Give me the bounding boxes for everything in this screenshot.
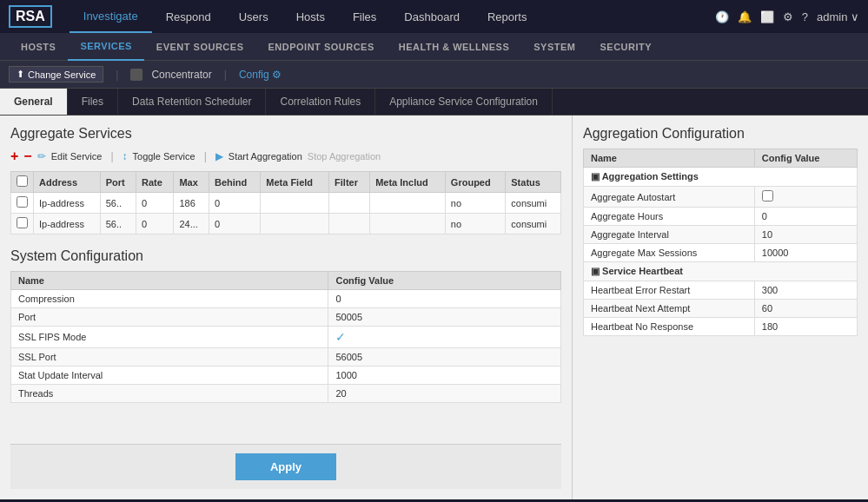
row-checkbox[interactable]: [11, 214, 34, 234]
top-navigation: RSA Investigate Respond Users Hosts File…: [0, 0, 868, 33]
config-row: SSL FIPS Mode ✓: [11, 327, 561, 348]
stop-aggregation-button[interactable]: Stop Aggregation: [308, 151, 381, 162]
agg-config-value: 60: [754, 300, 857, 318]
sys-header-value: Config Value: [328, 272, 561, 290]
select-all-checkbox[interactable]: [17, 175, 28, 187]
change-service-button[interactable]: ⬆ Change Service: [9, 66, 103, 83]
nav-item-investigate[interactable]: Investigate: [70, 0, 152, 33]
table-row[interactable]: Ip-address 56.. 0 24... 0 no consumi: [11, 214, 561, 234]
config-row: Aggregate Interval 10: [584, 226, 858, 244]
agg-config-value: 300: [754, 281, 857, 300]
second-navigation: HOSTS SERVICES EVENT SOURCES ENDPOINT SO…: [0, 33, 868, 61]
config-row: SSL Port 56005: [11, 348, 561, 367]
config-name: Threads: [11, 385, 328, 403]
agg-config-value: 0: [754, 208, 857, 226]
apply-button[interactable]: Apply: [235, 453, 336, 480]
aggregate-services-title: Aggregate Services: [10, 126, 561, 142]
section-header: ▣ Service Heartbeat: [584, 262, 858, 281]
header-checkbox: [11, 172, 34, 193]
toggle-service-button[interactable]: Toggle Service: [133, 151, 195, 162]
add-icon[interactable]: +: [10, 149, 18, 164]
nav-services[interactable]: SERVICES: [68, 33, 143, 61]
upload-icon: ⬆: [17, 69, 24, 80]
config-row: Threads 20: [11, 385, 561, 403]
nav-item-respond[interactable]: Respond: [152, 0, 225, 33]
nav-event-sources[interactable]: EVENT SOURCES: [144, 33, 256, 61]
agg-config-value: 10000: [754, 244, 857, 262]
autostart-checkbox[interactable]: [762, 190, 773, 201]
nav-system[interactable]: SYSTEM: [521, 33, 587, 61]
help-icon[interactable]: ?: [802, 10, 808, 23]
config-row: Heartbeat Error Restart 300: [584, 281, 858, 300]
row-meta-included: [370, 193, 446, 214]
system-config-title: System Configuration: [10, 248, 561, 264]
section-header: ▣ Aggregation Settings: [584, 168, 858, 187]
start-aggregation-button[interactable]: Start Aggregation: [229, 151, 302, 162]
gear-icon: ⚙: [272, 69, 282, 81]
tab-files[interactable]: Files: [68, 89, 118, 115]
nav-item-users[interactable]: Users: [225, 0, 282, 33]
nav-endpoint-sources[interactable]: ENDPOINT SOURCES: [255, 33, 386, 61]
nav-security[interactable]: SECURITY: [587, 33, 664, 61]
row-max: 186: [174, 193, 209, 214]
aggregation-config-table: Name Config Value ▣ Aggregation Settings…: [583, 149, 858, 336]
agg-config-name: Aggregate Interval: [584, 226, 755, 244]
row-rate: 0: [136, 214, 173, 234]
nav-health-wellness[interactable]: HEALTH & WELLNESS: [387, 33, 521, 61]
config-value: 56005: [328, 348, 561, 367]
config-row: Compression 0: [11, 290, 561, 308]
nav-item-files[interactable]: Files: [339, 0, 390, 33]
header-behind: Behind: [209, 172, 260, 193]
config-row: Heartbeat No Response 180: [584, 318, 858, 336]
config-value: 20: [328, 385, 561, 403]
config-value: 1000: [328, 367, 561, 385]
row-checkbox[interactable]: [11, 193, 34, 214]
tools-icon[interactable]: ⚙: [783, 10, 793, 23]
row-rate: 0: [136, 193, 173, 214]
config-name: Compression: [11, 290, 328, 308]
checkmark-icon: ✓: [335, 330, 346, 344]
config-row: Aggregate Autostart: [584, 187, 858, 208]
tab-general[interactable]: General: [0, 89, 68, 115]
remove-icon[interactable]: −: [23, 149, 31, 164]
nav-hosts[interactable]: HOSTS: [9, 33, 68, 61]
edit-service-button[interactable]: Edit Service: [51, 151, 103, 162]
agg-header-name: Name: [584, 149, 755, 168]
config-name: Port: [11, 308, 328, 327]
table-row[interactable]: Ip-address 56.. 0 186 0 no consumi: [11, 193, 561, 214]
config-row: Stat Update Interval 1000: [11, 367, 561, 385]
collapse-icon[interactable]: ▣: [591, 171, 600, 182]
row-grouped: no: [445, 214, 505, 234]
agg-config-name: Heartbeat Error Restart: [584, 281, 755, 300]
nav-item-reports[interactable]: Reports: [474, 0, 541, 33]
header-max: Max: [174, 172, 209, 193]
agg-config-value: 180: [754, 318, 857, 336]
separator-2: |: [224, 69, 227, 81]
clock-icon[interactable]: 🕐: [715, 10, 729, 23]
tab-correlation-rules[interactable]: Correlation Rules: [266, 89, 375, 115]
collapse-icon[interactable]: ▣: [591, 266, 600, 276]
rsa-logo: RSA: [9, 5, 52, 28]
config-name: Stat Update Interval: [11, 367, 328, 385]
section-header-row: ▣ Aggregation Settings: [584, 168, 858, 187]
screen-icon[interactable]: ⬜: [760, 10, 774, 23]
header-meta-field: Meta Field: [261, 172, 329, 193]
user-menu[interactable]: admin ∨: [817, 10, 859, 23]
tab-appliance-config[interactable]: Appliance Service Configuration: [375, 89, 553, 115]
config-value: 50005: [328, 308, 561, 327]
row-filter: [329, 193, 370, 214]
sys-header-name: Name: [11, 272, 328, 290]
right-panel: Aggregation Configuration Name Config Va…: [573, 116, 868, 499]
edit-icon[interactable]: ✏: [37, 150, 46, 162]
bell-icon[interactable]: 🔔: [738, 10, 752, 23]
toggle-icon: ↕: [123, 150, 128, 162]
agg-config-value: [754, 187, 857, 208]
nav-item-hosts[interactable]: Hosts: [282, 0, 339, 33]
tab-data-retention[interactable]: Data Retention Scheduler: [118, 89, 266, 115]
row-status: consumi: [506, 214, 561, 234]
row-behind: 0: [209, 214, 260, 234]
row-address: Ip-address: [34, 193, 101, 214]
agg-header-value: Config Value: [754, 149, 857, 168]
config-link[interactable]: Config ⚙: [239, 69, 282, 81]
nav-item-dashboard[interactable]: Dashboard: [390, 0, 474, 33]
